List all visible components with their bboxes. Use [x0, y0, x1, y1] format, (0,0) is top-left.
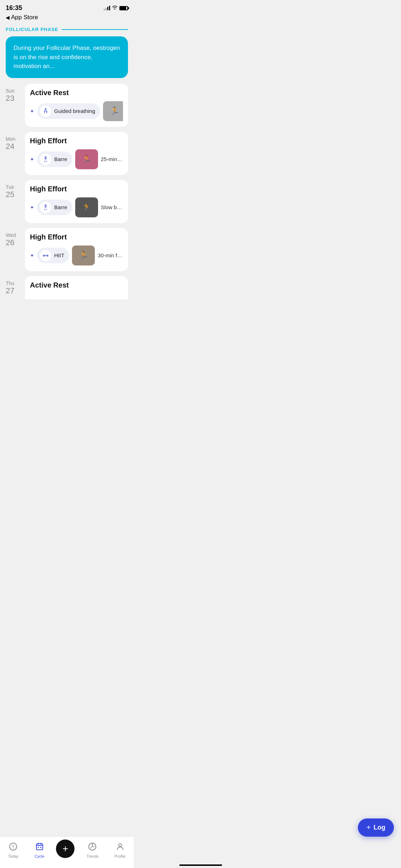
day-label-3: Wed 26 [6, 228, 21, 247]
sparkle-icon-0: ✦ [30, 108, 34, 114]
sparkle-icon-1: ✦ [30, 156, 34, 162]
thumb-figure-icon-0: 🏃 [110, 107, 119, 116]
info-banner-text: During your Follicular Phase, oestrogen … [14, 43, 120, 71]
wifi-icon [112, 5, 118, 11]
sparkle-icon-3: ✦ [30, 253, 34, 258]
day-card-2[interactable]: High Effort ✦ Barre 🏃 Slow burn s [25, 180, 128, 223]
day-card-title-3: High Effort [30, 233, 123, 241]
day-card-title-thu: Active Rest [30, 281, 123, 289]
activity-row-3: ✦ HIIT 🏃 30-min full body... [30, 246, 123, 265]
activity-pill-label-2: Barre [54, 204, 67, 210]
activity-thumb-3[interactable]: 🏃 [72, 246, 95, 265]
day-row-tue: Tue 25 High Effort ✦ Barre 🏃 [6, 180, 128, 223]
day-card-thu[interactable]: Active Rest [25, 276, 128, 299]
activity-icon-circle-3 [40, 250, 51, 261]
day-num-thu: 27 [6, 286, 21, 295]
phase-line [62, 29, 128, 30]
activity-pill-1[interactable]: Barre [37, 151, 72, 167]
activity-row-0: ✦ Guided breathing 🏃 Er... [30, 101, 123, 121]
svg-point-0 [45, 108, 46, 110]
day-label-thu: Thu 27 [6, 276, 21, 295]
thumb-figure-icon-3: 🏃 [79, 251, 88, 260]
svg-point-2 [45, 205, 46, 206]
day-card-title-0: Active Rest [30, 89, 123, 97]
day-label-1: Mon 24 [6, 132, 21, 151]
day-label-0: Sun 23 [6, 84, 21, 103]
back-arrow-icon: ◀ [6, 15, 10, 20]
day-card-3[interactable]: High Effort ✦ HIIT 🏃 30-min full [25, 228, 128, 271]
activity-pill-label-1: Barre [54, 156, 67, 162]
status-icons [104, 5, 128, 11]
activity-icon-circle-1 [40, 154, 51, 165]
activity-thumb-2[interactable]: 🏃 [75, 197, 98, 217]
day-row-wed: Wed 26 High Effort ✦ HIIT 🏃 [6, 228, 128, 271]
day-name-thu: Thu [6, 280, 21, 286]
activity-pill-label-0: Guided breathing [54, 108, 95, 114]
day-row-sun: Sun 23 Active Rest ✦ Guided breathing [6, 84, 128, 127]
activity-row-2: ✦ Barre 🏃 Slow burn stre... [30, 197, 123, 217]
info-banner[interactable]: During your Follicular Phase, oestrogen … [6, 36, 128, 78]
activity-icon-circle-0 [40, 105, 51, 117]
activity-thumb-1[interactable]: 🏃 [75, 149, 98, 169]
back-navigation[interactable]: ◀ App Store [0, 13, 134, 24]
day-card-0[interactable]: Active Rest ✦ Guided breathing 🏃 [25, 84, 128, 127]
activity-extra-2: Slow burn stre... [101, 204, 123, 210]
day-label-2: Tue 25 [6, 180, 21, 199]
battery-icon [119, 6, 128, 10]
status-time: 16:35 [6, 4, 22, 12]
day-row-mon: Mon 24 High Effort ✦ Barre 🏃 [6, 132, 128, 175]
thumb-figure-icon-2: 🏃 [82, 203, 91, 212]
sparkle-icon-2: ✦ [30, 205, 34, 210]
phase-label: FOLLICULAR PHASE [6, 27, 58, 32]
back-label: App Store [11, 14, 38, 21]
activity-pill-label-3: HIIT [54, 252, 64, 258]
activity-pill-3[interactable]: HIIT [37, 248, 69, 263]
activity-extra-1: 25-min strengt... [101, 156, 123, 162]
activity-pill-0[interactable]: Guided breathing [37, 103, 100, 119]
activity-extra-3: 30-min full body... [98, 252, 123, 258]
thumb-figure-icon-1: 🏃 [82, 155, 91, 164]
status-bar: 16:35 [0, 0, 134, 13]
day-card-title-1: High Effort [30, 137, 123, 145]
activity-thumb-0[interactable]: 🏃 [103, 101, 123, 121]
activity-pill-2[interactable]: Barre [37, 200, 72, 215]
day-card-title-2: High Effort [30, 185, 123, 193]
activity-icon-circle-2 [40, 202, 51, 213]
svg-point-1 [45, 156, 46, 158]
signal-icon [104, 6, 110, 10]
phase-header: FOLLICULAR PHASE [0, 24, 134, 33]
day-card-1[interactable]: High Effort ✦ Barre 🏃 25-min stre [25, 132, 128, 175]
day-row-partial: Thu 27 Active Rest [6, 276, 128, 299]
activity-row-1: ✦ Barre 🏃 25-min strengt... [30, 149, 123, 169]
